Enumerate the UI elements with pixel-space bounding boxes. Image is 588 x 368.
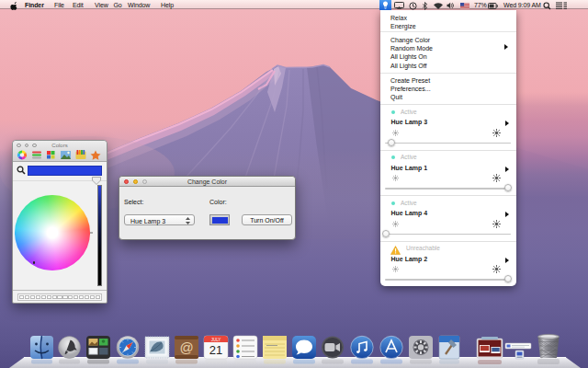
- svg-text:JULY: JULY: [211, 338, 221, 342]
- svg-text:21: 21: [209, 343, 222, 357]
- svg-text:@: @: [179, 339, 193, 355]
